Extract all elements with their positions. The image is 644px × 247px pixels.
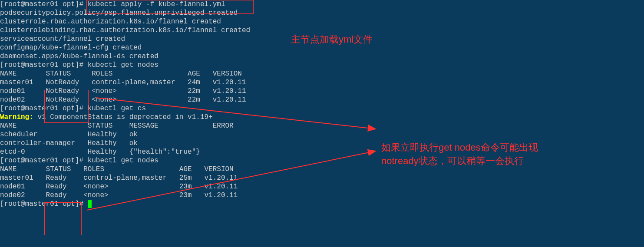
- cs-header: NAME STATUS MESSAGE ERROR: [0, 122, 644, 130]
- apply-output-4: configmap/kube-flannel-cfg created: [0, 43, 644, 52]
- line-prompt-cs: [root@master01 opt]# kubectl get cs: [0, 104, 644, 113]
- apply-output-5: daemonset.apps/kube-flannel-ds created: [0, 52, 644, 61]
- node-row-before-1: node01 NotReady <none> 22m v1.20.11: [0, 87, 644, 96]
- node-row-before-0: master01 NotReady control-plane,master 2…: [0, 78, 644, 87]
- line-prompt-apply: [root@master01 opt]# kubectl apply -f ku…: [0, 0, 644, 9]
- nodes-header: NAME STATUS ROLES AGE VERSION: [0, 69, 644, 78]
- warning-line: Warning: v1 ComponentStatus is deprecate…: [0, 113, 644, 122]
- node-row-before-2: node02 NotReady <none> 22m v1.20.11: [0, 96, 644, 104]
- cs-row-0: scheduler Healthy ok: [0, 130, 644, 139]
- line-prompt-nodes1: [root@master01 opt]# kubectl get nodes: [0, 61, 644, 69]
- cs-row-1: controller-manager Healthy ok: [0, 139, 644, 148]
- node-row-after-1: node01 Ready <none> 23m v1.20.11: [0, 182, 644, 191]
- line-prompt-final: [root@master01 opt]#: [0, 200, 644, 208]
- node-row-after-0: master01 Ready control-plane,master 25m …: [0, 174, 644, 182]
- apply-output-2: clusterrolebinding.rbac.authorization.k8…: [0, 26, 644, 35]
- cs-row-2: etcd-0 Healthy {"health":"true"}: [0, 148, 644, 156]
- terminal[interactable]: [root@master01 opt]# kubectl apply -f ku…: [0, 0, 644, 208]
- line-prompt-nodes2: [root@master01 opt]# kubectl get nodes: [0, 156, 644, 165]
- apply-output-3: serviceaccount/flannel created: [0, 35, 644, 43]
- apply-output-0: podsecuritypolicy.policy/psp.flannel.unp…: [0, 9, 644, 17]
- apply-output-1: clusterrole.rbac.authorization.k8s.io/fl…: [0, 17, 644, 26]
- cursor: [88, 200, 92, 208]
- nodes-header-2: NAME STATUS ROLES AGE VERSION: [0, 165, 644, 174]
- node-row-after-2: node02 Ready <none> 23m v1.20.11: [0, 191, 644, 200]
